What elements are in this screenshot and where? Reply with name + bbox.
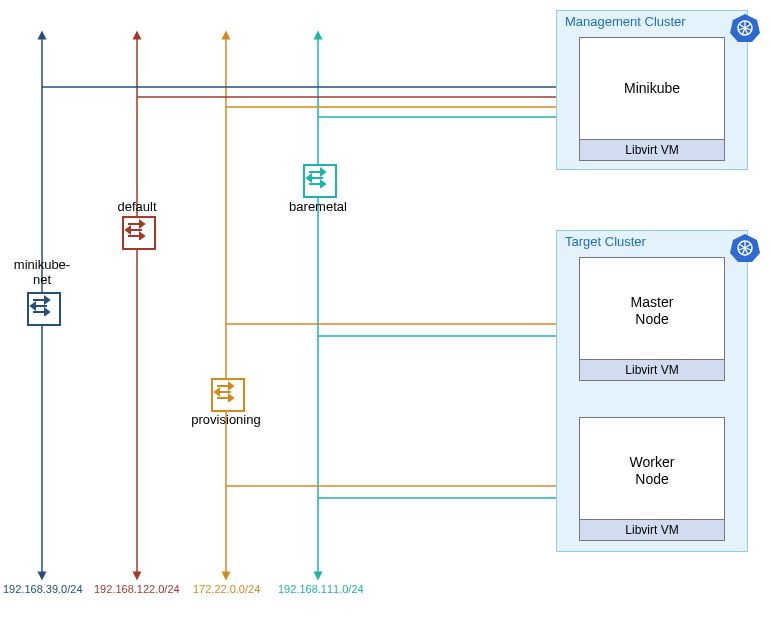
worker-node-vm: WorkerNode Libvirt VM (579, 417, 725, 541)
svg-marker-7 (140, 221, 144, 227)
management-cluster-title: Management Cluster (565, 14, 686, 29)
worker-node-label: WorkerNode (580, 454, 724, 488)
worker-node-footer: Libvirt VM (580, 519, 724, 540)
master-node-footer: Libvirt VM (580, 359, 724, 380)
master-node-vm: MasterNode Libvirt VM (579, 257, 725, 381)
baremetal-net-subnet: 192.168.111.0/24 (278, 583, 364, 595)
target-cluster-title: Target Cluster (565, 234, 646, 249)
svg-marker-11 (140, 233, 144, 239)
provisioning-net-label: provisioning (186, 412, 266, 427)
kubernetes-icon (730, 233, 760, 263)
minikube-net-label: minikube-net (12, 257, 72, 287)
svg-marker-3 (31, 303, 35, 309)
svg-marker-13 (229, 383, 233, 389)
baremetal-net-switch-icon (303, 164, 337, 198)
provisioning-net-subnet: 172.22.0.0/24 (193, 583, 260, 595)
svg-marker-21 (307, 175, 311, 181)
minikube-vm-footer: Libvirt VM (580, 139, 724, 160)
svg-marker-15 (215, 389, 219, 395)
target-cluster: Target Cluster MasterNode Libvirt VM Wor… (556, 230, 748, 552)
minikube-vm-label: Minikube (580, 80, 724, 97)
default-net-switch-icon (122, 216, 156, 250)
kubernetes-icon (730, 13, 760, 43)
master-node-label: MasterNode (580, 294, 724, 328)
svg-marker-1 (45, 297, 49, 303)
svg-marker-19 (321, 169, 325, 175)
minikube-net-switch-icon (27, 292, 61, 326)
default-net-subnet: 192.168.122.0/24 (94, 583, 180, 595)
management-cluster: Management Cluster Minikube Libvirt VM (556, 10, 748, 170)
provisioning-net-switch-icon (211, 378, 245, 412)
svg-marker-23 (321, 181, 325, 187)
minikube-net-subnet: 192.168.39.0/24 (3, 583, 83, 595)
svg-marker-5 (45, 309, 49, 315)
baremetal-net-label: baremetal (283, 199, 353, 214)
minikube-vm: Minikube Libvirt VM (579, 37, 725, 161)
default-net-label: default (112, 199, 162, 214)
svg-marker-9 (126, 227, 130, 233)
svg-marker-17 (229, 395, 233, 401)
